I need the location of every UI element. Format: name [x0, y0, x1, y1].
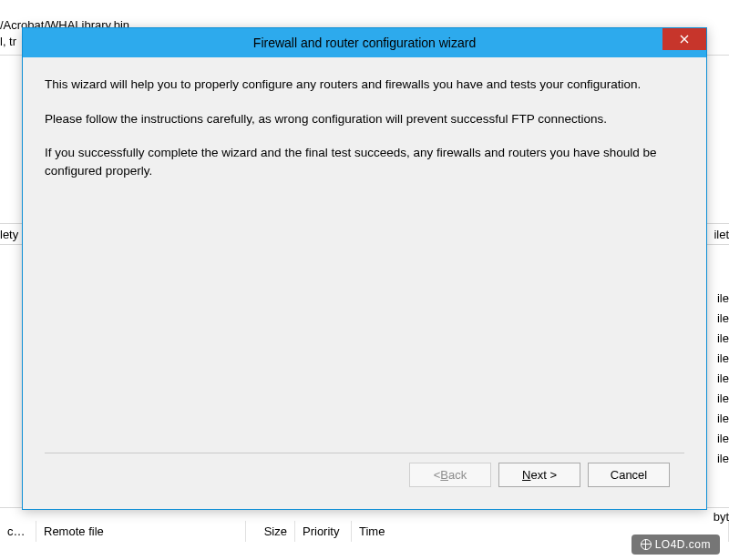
dialog-body: This wizard will help you to properly co…: [23, 57, 706, 509]
bg-text-fragment: l, tr: [0, 35, 16, 48]
wizard-paragraph: This wizard will help you to properly co…: [45, 76, 684, 94]
globe-icon: [641, 539, 652, 550]
list-item: ile: [717, 372, 729, 392]
next-button[interactable]: Next >: [498, 463, 580, 487]
wizard-paragraph: Please follow the instructions carefully…: [45, 110, 684, 128]
watermark-text: LO4D.com: [655, 538, 711, 551]
dialog-title: Firewall and router configuration wizard: [253, 36, 476, 50]
titlebar[interactable]: Firewall and router configuration wizard: [23, 28, 706, 57]
list-item: ile: [717, 311, 729, 331]
list-item: ile: [717, 331, 729, 351]
close-button[interactable]: [662, 28, 706, 50]
config-wizard-dialog: Firewall and router configuration wizard…: [22, 27, 707, 510]
cancel-button[interactable]: Cancel: [588, 463, 670, 487]
bg-column-fragment: lety: [0, 228, 18, 241]
list-item: ile: [717, 392, 729, 412]
bg-file-list: ile ile ile ile ile ile ile ile ile: [717, 291, 729, 472]
queue-col-priority[interactable]: Priority: [295, 521, 352, 542]
queue-header-row: c… Remote file Size Priority Time: [0, 521, 729, 542]
queue-col[interactable]: c…: [0, 521, 36, 542]
back-button: < Back: [409, 463, 491, 487]
close-icon: [680, 32, 689, 46]
queue-col-size[interactable]: Size: [246, 521, 295, 542]
list-item: ile: [717, 452, 729, 472]
wizard-paragraph: If you successfully complete the wizard …: [45, 144, 684, 179]
list-item: ile: [717, 432, 729, 452]
bg-status-fragment: byt: [714, 510, 729, 524]
list-item: ile: [717, 291, 729, 311]
list-item: ile: [717, 412, 729, 432]
dialog-footer: < Back Next > Cancel: [45, 463, 684, 502]
queue-col-remote-file[interactable]: Remote file: [36, 521, 246, 542]
watermark: LO4D.com: [631, 535, 720, 555]
list-item: ile: [717, 351, 729, 372]
separator: [45, 453, 684, 453]
bg-column-fragment: ilet: [714, 228, 729, 241]
